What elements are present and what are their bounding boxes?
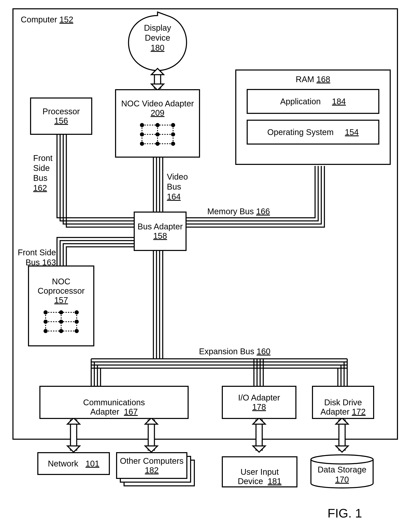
- svg-point-42: [59, 320, 63, 324]
- noc-video-adapter-ref: 209: [151, 108, 165, 118]
- svg-point-31: [171, 142, 175, 146]
- svg-point-28: [171, 132, 175, 136]
- noc-video-adapter-label: NOC Video Adapter: [121, 99, 194, 108]
- io-adapter-label: I/O Adapter: [238, 393, 280, 402]
- memory-bus-166-label: Memory Bus 166: [207, 206, 280, 216]
- bus-adapter-ref: 158: [153, 231, 167, 241]
- front-side-bus-163-label: Front Side Bus 163: [15, 238, 56, 267]
- user-input-device-label: User Input Device 181: [238, 458, 281, 486]
- processor-box: Processor 156: [30, 97, 92, 135]
- figure-label: FIG. 1: [327, 506, 362, 520]
- application-box: Application 184: [247, 89, 379, 114]
- processor-ref: 156: [54, 116, 68, 125]
- svg-point-16: [311, 455, 373, 464]
- ram-label: RAM 168: [296, 75, 330, 84]
- svg-point-40: [75, 310, 79, 314]
- svg-point-29: [140, 142, 144, 146]
- communications-adapter-box: Communications Adapter 167: [39, 386, 189, 419]
- noc-coprocessor-ref: 157: [54, 295, 68, 305]
- ram-box: RAM 168 Application 184 Operating System…: [235, 69, 391, 165]
- svg-point-30: [156, 142, 160, 146]
- svg-point-45: [59, 329, 63, 333]
- svg-point-38: [44, 310, 48, 314]
- svg-point-27: [156, 132, 160, 136]
- disk-drive-adapter-label: Disk Drive Adapter 172: [320, 389, 366, 417]
- operating-system-box: Operating System 154: [247, 120, 379, 144]
- bus-adapter-box: Bus Adapter 158: [134, 211, 186, 251]
- svg-point-41: [44, 320, 48, 324]
- svg-point-26: [140, 132, 144, 136]
- data-storage-label: Data Storage 170: [311, 465, 373, 484]
- communications-adapter-label: Communications Adapter 167: [83, 389, 145, 417]
- display-device-label: Display Device 180: [137, 23, 178, 53]
- bus-adapter-label: Bus Adapter: [138, 222, 183, 231]
- diagram-root: Computer 152: [12, 8, 398, 492]
- expansion-bus-160-label: Expansion Bus 160: [199, 346, 286, 356]
- svg-point-39: [59, 310, 63, 314]
- svg-point-43: [75, 320, 79, 324]
- processor-label: Processor: [43, 107, 80, 116]
- svg-point-46: [75, 329, 79, 333]
- noc-grid-icon: [138, 121, 177, 148]
- front-side-bus-162-label: Front Side Bus162: [33, 143, 58, 193]
- network-box: Network 101: [37, 452, 110, 475]
- noc-video-adapter-box: NOC Video Adapter 209: [115, 89, 200, 158]
- computer-label: Computer 152: [21, 15, 73, 24]
- noc-grid-icon: [41, 308, 81, 335]
- other-computers-label: Other Computers: [120, 456, 184, 466]
- user-input-device-box: User Input Device 181: [222, 456, 298, 487]
- svg-point-24: [156, 123, 160, 127]
- svg-point-44: [44, 329, 48, 333]
- video-bus-164-label: Video Bus164: [167, 162, 194, 202]
- svg-point-23: [140, 123, 144, 127]
- noc-coprocessor-label: NOC Coprocessor: [38, 277, 85, 295]
- disk-drive-adapter-box: Disk Drive Adapter 172: [312, 386, 374, 419]
- io-adapter-box: I/O Adapter 178: [222, 386, 296, 419]
- noc-coprocessor-box: NOC Coprocessor 157: [28, 266, 94, 346]
- svg-point-25: [171, 123, 175, 127]
- other-computers-stack: Other Computers 182: [116, 452, 195, 486]
- other-computers-ref: 182: [145, 466, 159, 475]
- io-adapter-ref: 178: [252, 402, 266, 412]
